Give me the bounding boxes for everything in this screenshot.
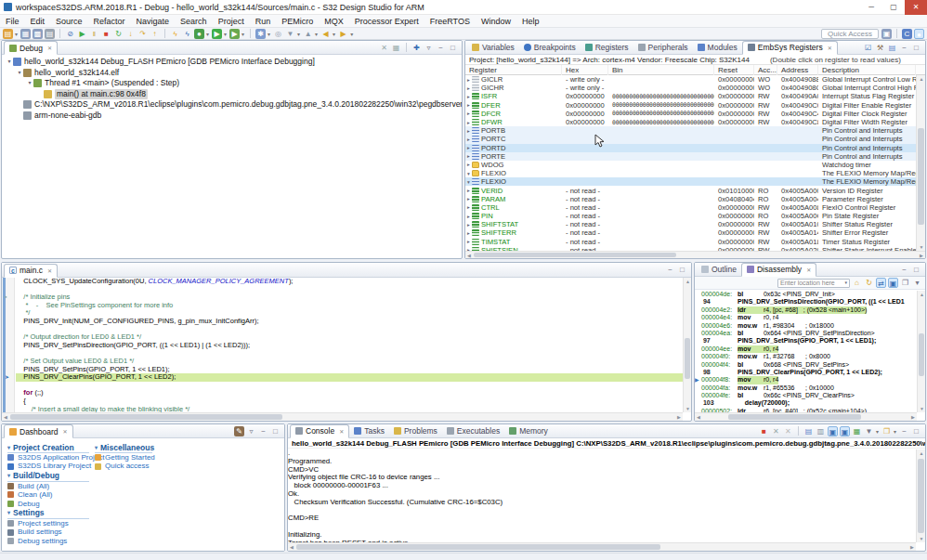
dashboard-link-build-settings[interactable]: Build settings [7,527,104,536]
search-icon[interactable]: ◎ [273,29,283,39]
location-combo[interactable]: Enter location here ▾ [777,279,850,288]
column-header-register[interactable]: Register [465,65,562,75]
scroll-right-icon[interactable]: ▶ [909,413,917,421]
registers-horizontal-scrollbar[interactable]: ◀ ▶ [465,251,925,258]
dashboard-link-debug[interactable]: Debug [7,500,104,508]
remove-launch-icon[interactable]: ✕ [771,426,781,436]
save-icon[interactable]: ▦ [20,29,31,39]
dashboard-link-debug-settings[interactable]: Debug settings [7,537,104,545]
previous-annotation-icon[interactable]: ▲ [303,29,313,39]
tab-variables[interactable]: Variables [467,41,519,55]
column-header-reset[interactable]: Reset [714,65,754,75]
minimize-view-icon[interactable]: − [899,265,909,275]
code-line[interactable] [16,286,683,294]
register-row[interactable]: ▸PORTDPin Control and Interrupts [465,144,916,152]
maximize-window-button[interactable]: ▢ [882,0,905,15]
register-row[interactable]: ▸GICHR- write only -0x00000000WO0x400490… [465,84,916,92]
restart-icon[interactable]: ↻ [113,29,124,39]
code-line[interactable]: /* Insert a small delay to make the blin… [16,406,683,413]
scroll-down-icon[interactable]: ▼ [684,405,692,412]
tree-expander-icon[interactable]: ▸ [465,137,472,142]
open-perspective-icon[interactable]: ▣ [881,29,892,39]
maximize-view-icon[interactable]: □ [911,43,921,53]
close-window-button[interactable]: ✕ [905,0,927,15]
column-header-address[interactable]: Address [777,65,818,75]
menu-help[interactable]: Help [516,15,545,28]
open-new-view-icon[interactable]: ❐ [900,278,910,288]
register-row[interactable]: ▸PORTEPin Control and Interrupts [465,152,916,161]
tab-debug[interactable]: Debug✕ [4,41,58,55]
minimize-view-icon[interactable]: − [899,43,909,53]
sync-with-active-context-icon[interactable]: ⇄ [876,278,886,288]
debug-icon[interactable]: ● [194,29,204,39]
pin-console-icon[interactable]: ▦ [852,426,862,436]
debug-tree-item[interactable]: ▾Thread #1 <main> (Suspended : Step) [2,78,462,89]
disassembly-line[interactable]: 000004f0:mov.w r1, #32768 ; 0x8000 [695,353,917,360]
maximize-view-icon[interactable]: □ [270,426,281,436]
minimize-editor-icon[interactable]: − [665,265,675,275]
scroll-up-icon[interactable]: ▲ [684,278,692,285]
register-row[interactable]: ▸GICLR- write only -0x00000000WO0x400490… [465,75,916,84]
register-row[interactable]: ▸TIMSTAT- not read -0x00000000RW0x4005A0… [465,238,916,246]
code-line[interactable]: * - See PinSettings component for more i… [16,302,683,310]
debug-tree-item[interactable]: ▾hello_world_s32k144.elf [2,68,462,79]
menu-window[interactable]: Window [476,15,516,28]
new-console-view-icon[interactable]: ✚ [411,43,422,53]
tab-executables[interactable]: Executables [442,424,504,438]
column-header-acc[interactable]: Acc... [754,65,777,75]
collapse-icon[interactable]: ▾ [7,471,10,481]
debug-tree-item[interactable]: main() at main.c:98 0x4f8 [2,89,462,100]
tab-registers[interactable]: Registers [581,41,633,55]
debug-tree-item[interactable]: C:\NXP\S32DS_ARM_v2018.R1\eclipse\plugin… [2,99,462,111]
new-element-dropdown-icon[interactable]: ▾ [268,31,270,37]
scroll-down-icon[interactable]: ▼ [918,405,926,412]
tab-peripherals[interactable]: Peripherals [633,41,693,55]
code-editor[interactable]: CLOCK_SYS_UpdateConfiguration(0U, CLOCK_… [16,278,683,412]
collapse-icon[interactable]: ▾ [7,443,10,453]
disassembly-line[interactable]: 000004ea:bl 0x664 <PINS_DRV_SetPinsDirec… [695,330,917,337]
minimize-view-icon[interactable]: − [258,426,268,436]
dashboard-link-build-all[interactable]: Build (All) [7,482,104,490]
close-tab-icon[interactable]: ✕ [828,45,832,51]
tab-embsys-registers[interactable]: EmbSys Registers✕ [742,41,838,55]
tree-expander-icon[interactable]: ▸ [465,214,472,219]
dashboard-link-quick-access[interactable]: Quick access [95,462,155,470]
tab-memory[interactable]: Memory [504,424,553,438]
scroll-up-icon[interactable]: ▲ [917,75,926,83]
external-tools-dropdown-icon[interactable]: ▾ [242,31,244,37]
scroll-right-icon[interactable]: ▶ [675,413,683,421]
dashboard-link-clean-all[interactable]: Clean (All) [7,490,104,499]
scroll-left-icon[interactable]: ◀ [288,543,295,551]
console-output[interactable]: .Programmed.CMD>VCVerifying object file … [288,449,916,542]
code-line[interactable]: PINS_DRV_Init(NUM_OF_CONFIGURED_PINS, g_… [16,318,683,326]
register-row[interactable]: ▸SHIFTERR- not read -0x00000000RW0x4005A… [465,228,916,237]
disassembly-line[interactable]: 000004f4:bl 0x668 <PINS_DRV_SetPins> [695,361,917,369]
open-console-dropdown-icon[interactable]: ▾ [894,428,896,435]
remove-all-terminated-icon[interactable]: ✕ [783,426,793,436]
disassembly-line[interactable]: 98PINS_DRV_ClearPins(GPIO_PORT, 1 << LED… [695,369,917,376]
menu-navigate[interactable]: Navigate [131,15,176,28]
scroll-up-icon[interactable]: ▲ [918,291,926,298]
registers-vertical-scrollbar[interactable]: ▲ ▼ [916,75,925,251]
menu-edit[interactable]: Edit [25,15,51,28]
resume-icon[interactable]: ▶ [77,29,87,39]
show-console-on-stdout-icon[interactable]: ▣ [828,426,838,436]
dashboard-link-s32ds-library-project[interactable]: S32DS Library Project [7,462,104,470]
tree-expander-icon[interactable]: ▾ [16,68,23,79]
scroll-down-icon[interactable]: ▼ [917,243,926,251]
scroll-right-icon[interactable]: ▶ [908,543,916,551]
tree-expander-icon[interactable]: ▸ [465,196,472,202]
print-icon[interactable]: ▤ [45,29,55,39]
new-element-icon[interactable]: ✱ [255,29,266,39]
tab-problems[interactable]: Problems [389,424,442,438]
next-annotation-dropdown-icon[interactable]: ▾ [297,31,300,37]
register-row[interactable]: ▾FLEXIOThe FLEXIO Memory Map/Register De… [465,177,916,186]
minimize-window-button[interactable]: ─ [860,0,882,15]
editor-horizontal-scrollbar[interactable]: ◀ ▶ [2,412,683,421]
code-line[interactable] [16,382,683,390]
register-row[interactable]: ▸PIN- not read -0x00000000RO0x4005A00CPi… [465,212,916,220]
column-header-hex[interactable]: Hex [562,65,608,75]
previous-annotation-dropdown-icon[interactable]: ▾ [315,31,318,37]
customize-dashboard-icon[interactable]: ✎ [234,426,244,436]
console-horizontal-scrollbar[interactable]: ◀ ▶ [288,542,916,551]
